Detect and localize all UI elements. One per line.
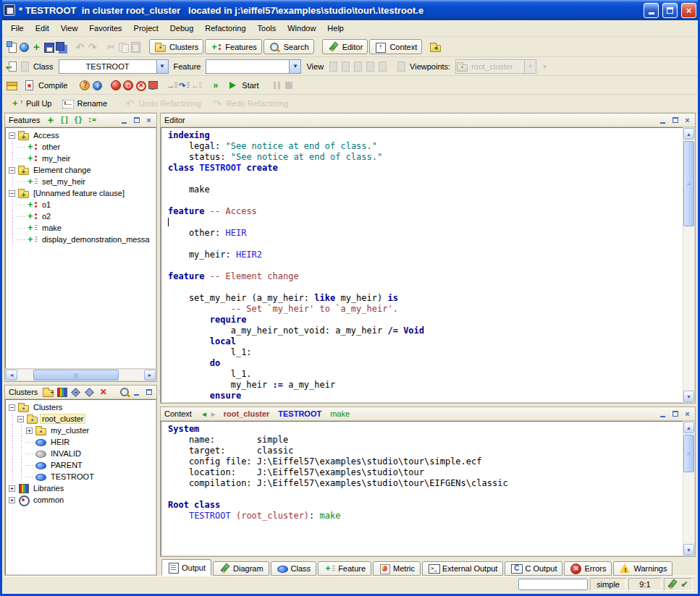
node-element-change[interactable]: Element change: [31, 166, 93, 174]
context-minimize-icon[interactable]: [657, 409, 668, 419]
delete-icon[interactable]: ✕: [97, 386, 109, 398]
scroll-up-icon[interactable]: ▲: [683, 422, 694, 433]
features-tool-button[interactable]: +Features: [205, 39, 261, 54]
node-root-cluster[interactable]: root_cluster: [40, 414, 85, 424]
node-other[interactable]: other: [40, 142, 62, 151]
menu-debug[interactable]: Debug: [164, 22, 199, 35]
feature-combo[interactable]: ▼: [206, 59, 301, 74]
freeze-icon[interactable]: ?: [79, 80, 91, 91]
collapse-icon[interactable]: −: [9, 404, 15, 411]
rename-button[interactable]: I…Rename: [57, 96, 111, 111]
tab-warnings[interactable]: !Warnings: [613, 561, 672, 576]
scroll-up-icon[interactable]: ▲: [683, 128, 694, 140]
external-editor-icon[interactable]: ◄: [429, 41, 442, 53]
scrollbar-thumb[interactable]: ≡: [683, 141, 694, 226]
node-access[interactable]: Access: [31, 131, 61, 140]
scroll-down-icon[interactable]: ▼: [683, 391, 694, 402]
tab-c-output[interactable]: CC Output: [505, 561, 562, 576]
system-settings-icon[interactable]: [6, 80, 18, 91]
maximize-button[interactable]: [662, 3, 678, 18]
remove-stop-points-icon[interactable]: ✕: [135, 80, 147, 91]
class-combo[interactable]: TESTROOT▼: [59, 59, 169, 74]
menu-refactoring[interactable]: Refactoring: [199, 22, 251, 35]
collapse-icon[interactable]: −: [17, 416, 24, 422]
node-clusters[interactable]: Clusters: [31, 403, 64, 412]
remove-item-icon[interactable]: -: [69, 386, 82, 398]
node-unnamed-feature-clause[interactable]: [Unnamed feature clause]: [31, 189, 127, 197]
context-output-area[interactable]: System name: simple target: classic conf…: [161, 421, 683, 556]
step-into-icon[interactable]: →: [166, 80, 178, 91]
assigner-icon[interactable]: :=: [85, 114, 98, 126]
menu-edit[interactable]: Edit: [30, 22, 55, 35]
context-close-icon[interactable]: ×: [682, 409, 693, 419]
node-set-my-heir[interactable]: set_my_heir: [40, 177, 88, 186]
tab-external-output[interactable]: >_External Output: [422, 561, 503, 576]
context-maximize-icon[interactable]: [670, 409, 680, 419]
tab-metric[interactable]: Metric: [373, 561, 421, 576]
collapse-icon[interactable]: −: [9, 190, 15, 197]
node-display-demonstration-messa[interactable]: display_demonstration_messa: [40, 235, 152, 244]
save-all-icon[interactable]: [55, 41, 67, 53]
minimize-button[interactable]: [644, 3, 659, 18]
breadcrumb-root-cluster[interactable]: root_cluster: [224, 409, 270, 418]
scroll-down-icon[interactable]: ▼: [683, 544, 694, 555]
clusters-maximize-icon[interactable]: [143, 388, 154, 397]
tab-output[interactable]: Output: [161, 559, 211, 576]
brackets-icon[interactable]: []: [58, 114, 70, 126]
editor-text-area[interactable]: indexing legal: "See notice at end of cl…: [161, 127, 683, 403]
node-libraries[interactable]: Libraries: [31, 484, 66, 493]
node-my-heir[interactable]: my_heir: [40, 154, 72, 163]
menu-help[interactable]: Help: [321, 22, 350, 35]
node-my-cluster[interactable]: my_cluster: [49, 426, 91, 435]
menu-file[interactable]: File: [5, 22, 30, 35]
breadcrumb-make[interactable]: make: [330, 409, 350, 418]
compile-button[interactable]: Compile: [19, 77, 72, 93]
menu-tools[interactable]: Tools: [252, 22, 282, 35]
clusters-tree[interactable]: −•Clusters−•root_cluster+•my_clusterHEIR…: [5, 399, 156, 575]
system-info-icon[interactable]: i: [91, 80, 104, 91]
run-ignoring-breakpoints-icon[interactable]: [122, 80, 135, 91]
run-to-cursor-icon[interactable]: »: [209, 80, 222, 91]
editor-close-icon[interactable]: ×: [682, 116, 693, 125]
breadcrumb-testroot[interactable]: TESTROOT: [278, 409, 321, 418]
tab-class[interactable]: Class: [271, 561, 317, 576]
scrollbar-thumb[interactable]: |||: [33, 370, 119, 380]
context-tool-button[interactable]: ⁞Context: [369, 39, 422, 54]
save-icon[interactable]: [43, 41, 55, 53]
clusters-minimize-icon[interactable]: [131, 388, 142, 397]
editor-tool-button[interactable]: Editor: [322, 39, 368, 54]
features-maximize-icon[interactable]: [131, 116, 142, 125]
node-testroot[interactable]: TESTROOT: [49, 472, 96, 481]
menu-project[interactable]: Project: [128, 22, 164, 35]
node-make[interactable]: make: [40, 224, 64, 232]
scroll-left-icon[interactable]: ◄: [6, 370, 17, 380]
node-o1[interactable]: o1: [40, 200, 53, 209]
history-back-icon[interactable]: ◄: [201, 410, 208, 418]
clusters-tool-button[interactable]: •Clusters: [149, 39, 203, 54]
node-o2[interactable]: o2: [40, 212, 53, 221]
node-common[interactable]: common: [31, 495, 66, 504]
class-combo-dropdown-icon[interactable]: ▼: [156, 60, 168, 73]
features-tree[interactable]: −+Access+other+my_heir−+Element change+s…: [5, 127, 156, 369]
pull-up-button[interactable]: +Pull Up: [7, 96, 56, 111]
add-feature-icon[interactable]: +: [44, 114, 56, 126]
tab-feature[interactable]: +Feature: [318, 561, 371, 576]
add-library-icon[interactable]: [56, 386, 68, 398]
open-icon[interactable]: [18, 41, 30, 53]
expand-icon[interactable]: +: [26, 427, 33, 434]
scroll-right-icon[interactable]: ►: [144, 370, 156, 380]
step-over-icon[interactable]: ↷: [178, 80, 190, 91]
search-cluster-icon[interactable]: [119, 386, 131, 398]
tab-errors[interactable]: ✕Errors: [564, 561, 612, 576]
scrollbar-thumb[interactable]: ≡: [683, 435, 694, 472]
run-icon[interactable]: [110, 80, 122, 91]
new-window-icon[interactable]: [6, 41, 18, 53]
editor-minimize-icon[interactable]: [657, 116, 668, 125]
features-close-icon[interactable]: ×: [143, 116, 154, 125]
start-button[interactable]: Start: [222, 77, 263, 93]
close-button[interactable]: ×: [681, 3, 696, 18]
expand-icon[interactable]: +: [9, 485, 15, 492]
editor-maximize-icon[interactable]: [670, 116, 680, 125]
feature-combo-dropdown-icon[interactable]: ▼: [289, 60, 300, 73]
node-parent[interactable]: PARENT: [49, 461, 85, 469]
